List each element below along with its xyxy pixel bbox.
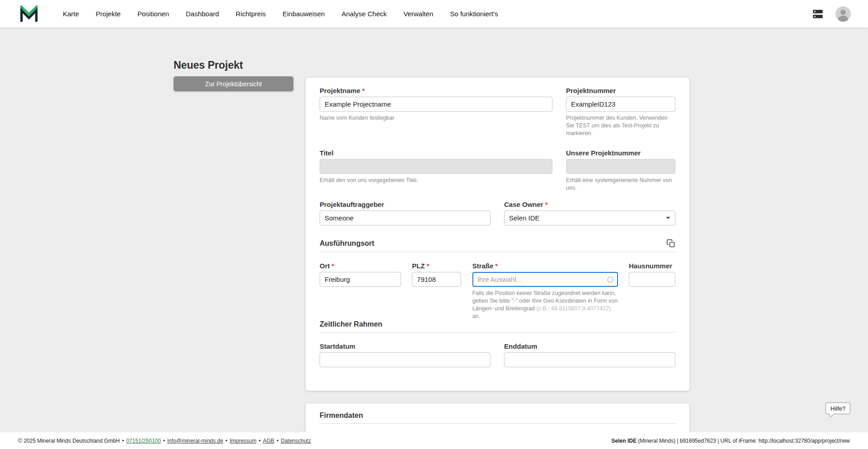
projektauftraggeber-input[interactable]: [320, 210, 491, 225]
section-zeitlicher-rahmen-header: Zeitlicher Rahmen: [320, 320, 675, 328]
enddatum-input[interactable]: [504, 352, 675, 367]
plz-field: PLZ*: [412, 262, 461, 287]
top-navbar: Karte Projekte Positionen Dashboard Rich…: [0, 0, 868, 28]
loading-spinner-icon: [607, 276, 614, 283]
ort-field: Ort*: [320, 262, 401, 287]
hausnummer-field: Hausnummer: [629, 262, 675, 287]
footer: © 2025 Mineral Minds Deutschland GmbH • …: [0, 432, 868, 449]
nav-item-richtpreis[interactable]: Richtpreis: [236, 10, 266, 18]
startdatum-input[interactable]: [320, 352, 491, 367]
footer-session-details: (Mineral Minds) | b91695ed7623 | URL of …: [637, 438, 850, 444]
form-row: Titel Erhält den von uns vorgegebenen Ti…: [320, 149, 675, 192]
firmendaten-card: Firmendaten: [306, 403, 689, 432]
nav-item-karte[interactable]: Karte: [63, 10, 79, 18]
strasse-label: Straße*: [472, 262, 618, 270]
section-firmendaten-title: Firmendaten: [320, 412, 675, 420]
projektnummer-input[interactable]: [566, 97, 675, 112]
server-icon[interactable]: [811, 8, 825, 20]
logo-icon: [20, 5, 38, 23]
strasse-input-wrap: [472, 272, 618, 287]
chevron-down-icon: [666, 217, 670, 219]
case-owner-select[interactable]: Selen IDE: [504, 210, 675, 225]
copy-icon[interactable]: [666, 239, 675, 248]
footer-separator: •: [122, 438, 124, 444]
projektauftraggeber-field: Projektauftraggeber: [320, 201, 491, 225]
case-owner-label: Case Owner*: [504, 201, 675, 208]
plz-input[interactable]: [412, 272, 461, 287]
titel-input: [320, 159, 552, 174]
footer-separator: •: [226, 438, 227, 444]
help-button[interactable]: Hilfe?: [826, 402, 850, 414]
form-row: Ort* PLZ* Straße* Falls die Position kei…: [320, 262, 675, 320]
projektname-helper: Name vom Kunden festlegbar: [320, 114, 552, 122]
footer-link-impressum[interactable]: Impressum: [230, 438, 256, 444]
projektname-label: Projektname*: [320, 87, 552, 94]
required-asterisk: *: [427, 262, 429, 270]
nav-item-einbauweisen[interactable]: Einbauweisen: [283, 10, 325, 18]
unsere-projektnummer-label: Unsere Projektnummer: [566, 149, 675, 157]
case-owner-value: Selen IDE: [509, 214, 540, 222]
unsere-projektnummer-input: [566, 159, 675, 174]
nav-item-analyse-check[interactable]: Analyse Check: [341, 10, 387, 18]
copyright-text: © 2025 Mineral Minds Deutschland GmbH: [18, 438, 120, 444]
project-overview-button[interactable]: Zur Projektübersicht: [174, 76, 293, 91]
section-ausfuehrungsort-title: Ausführungsort: [320, 239, 374, 248]
nav-item-positionen[interactable]: Positionen: [137, 10, 169, 18]
form-row: Startdatum Enddatum: [320, 342, 675, 367]
projektauftraggeber-label: Projektauftraggeber: [320, 201, 491, 208]
required-asterisk: *: [545, 201, 548, 208]
footer-link-email[interactable]: info@mineral-minds.de: [167, 438, 223, 444]
main-nav: Karte Projekte Positionen Dashboard Rich…: [63, 10, 498, 18]
required-asterisk: *: [362, 87, 365, 94]
required-asterisk: *: [495, 262, 498, 270]
user-avatar[interactable]: [835, 6, 851, 22]
nav-item-so-funktionierts[interactable]: So funktioniert's: [450, 10, 498, 18]
hausnummer-label: Hausnummer: [629, 262, 675, 270]
divider: [320, 332, 675, 332]
hausnummer-input[interactable]: [629, 272, 675, 287]
nav-item-dashboard[interactable]: Dashboard: [186, 10, 219, 18]
strasse-helper-example: (z.B.: 48.8115607,9.4077422): [536, 305, 610, 312]
unsere-projektnummer-helper: Erhält eine systemgenerierte Nummer von …: [566, 177, 675, 192]
titel-label: Titel: [320, 149, 552, 157]
footer-link-datenschutz[interactable]: Datenschutz: [281, 438, 311, 444]
page-title: Neues Projekt: [174, 59, 243, 71]
titel-helper: Erhält den von uns vorgegebenen Titel.: [320, 177, 552, 184]
divider: [320, 252, 675, 252]
projektname-input[interactable]: [320, 97, 552, 112]
divider: [320, 423, 675, 424]
project-form-card: Projektname* Name vom Kunden festlegbar …: [306, 78, 689, 391]
unsere-projektnummer-field: Unsere Projektnummer Erhält eine systemg…: [566, 149, 675, 192]
form-row: Projektauftraggeber Case Owner* Selen ID…: [320, 201, 675, 225]
titel-field: Titel Erhält den von uns vorgegebenen Ti…: [320, 149, 552, 184]
projektnummer-helper: Projektnummer des Kunden. Verwenden Sie …: [566, 114, 675, 137]
mineral-minds-logo[interactable]: [20, 5, 38, 23]
footer-link-phone[interactable]: 07151/250100: [126, 438, 161, 444]
ort-label: Ort*: [320, 262, 401, 270]
footer-link-agb[interactable]: AGB: [263, 438, 274, 444]
projektnummer-label: Projektnummer: [566, 87, 675, 94]
nav-item-projekte[interactable]: Projekte: [96, 10, 121, 18]
footer-separator: •: [259, 438, 260, 444]
footer-session-info: Selen IDE (Mineral Minds) | b91695ed7623…: [612, 438, 850, 444]
projektnummer-field: Projektnummer Projektnummer des Kunden. …: [566, 87, 675, 137]
strasse-input[interactable]: [472, 272, 618, 287]
nav-item-verwalten[interactable]: Verwalten: [404, 10, 434, 18]
strasse-helper: Falls die Position keiner Straße zugeord…: [472, 290, 618, 320]
footer-user-name: Selen IDE: [612, 438, 637, 444]
startdatum-field: Startdatum: [320, 342, 491, 367]
startdatum-label: Startdatum: [320, 342, 491, 350]
footer-left: © 2025 Mineral Minds Deutschland GmbH • …: [18, 438, 311, 444]
footer-separator: •: [163, 438, 165, 444]
plz-label: PLZ*: [412, 262, 461, 270]
strasse-field: Straße* Falls die Position keiner Straße…: [472, 262, 618, 320]
enddatum-field: Enddatum: [504, 342, 675, 367]
case-owner-field: Case Owner* Selen IDE: [504, 201, 675, 225]
form-row: Projektname* Name vom Kunden festlegbar …: [320, 87, 675, 137]
section-zeitlicher-rahmen-title: Zeitlicher Rahmen: [320, 320, 382, 328]
enddatum-label: Enddatum: [504, 342, 675, 350]
required-asterisk: *: [332, 262, 335, 270]
ort-input[interactable]: [320, 272, 401, 287]
projektname-field: Projektname* Name vom Kunden festlegbar: [320, 87, 552, 122]
footer-separator: •: [277, 438, 278, 444]
